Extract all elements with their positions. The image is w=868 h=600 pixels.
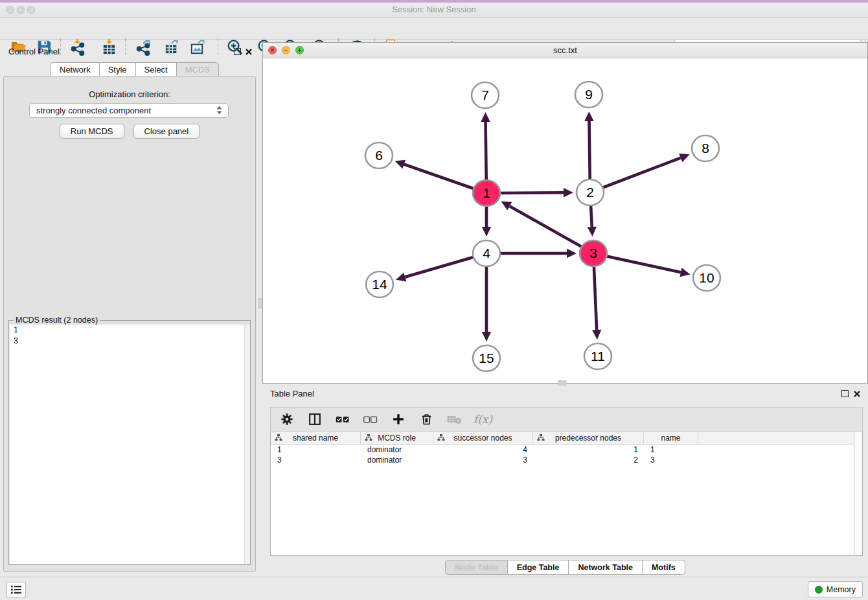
import-table-icon[interactable] (99, 37, 119, 56)
show-column-icon[interactable] (306, 411, 323, 428)
network-view-window: × − + scc.txt 7968124314101511 (262, 42, 868, 384)
tab-mcds[interactable]: MCDS (177, 62, 219, 76)
graph-node-label: 11 (591, 349, 605, 363)
table-panel-close-icon[interactable] (853, 390, 861, 398)
mcds-result-item[interactable]: 3 (10, 336, 250, 347)
graph-edge-arrowhead (482, 332, 491, 341)
graph-node-label: 1 (483, 185, 490, 200)
vertical-splitter-handle[interactable] (258, 298, 262, 308)
delete-table-icon[interactable] (446, 411, 463, 428)
task-history-button[interactable] (6, 582, 26, 597)
graph-edge-arrowhead (680, 268, 690, 277)
window-title: Session: New Session (0, 5, 868, 14)
table-cell[interactable]: 1 (644, 444, 698, 455)
table-cell[interactable]: 1 (533, 444, 644, 455)
deselect-all-rows-icon[interactable] (362, 411, 379, 428)
tab-edge-table[interactable]: Edge Table (508, 560, 569, 575)
close-panel-button[interactable]: Close panel (133, 124, 200, 139)
graph-edge-arrowhead (567, 249, 577, 258)
column-header-successor-nodes[interactable]: successor nodes (433, 432, 533, 444)
delete-row-icon[interactable] (418, 411, 435, 428)
graph-edge-arrowhead (584, 111, 593, 121)
status-bar: Memory (0, 577, 868, 600)
hierarchy-icon (365, 434, 372, 441)
tab-select[interactable]: Select (136, 62, 177, 76)
network-graph: 7968124314101511 (263, 58, 867, 383)
graph-edge-arrowhead (588, 227, 597, 237)
table-scrollbar[interactable] (854, 432, 862, 555)
run-mcds-button[interactable]: Run MCDS (60, 124, 124, 139)
tab-node-table[interactable]: Node Table (445, 560, 507, 575)
network-window-title: scc.txt (263, 45, 867, 55)
graph-edge-arrowhead (396, 273, 406, 282)
mcds-result-list[interactable]: 13 (10, 325, 250, 564)
memory-button[interactable]: Memory (808, 581, 863, 597)
column-header-mcds-role[interactable]: MCDS role (361, 432, 433, 444)
table-row[interactable]: 3dominator323 (271, 455, 862, 465)
export-image-icon[interactable] (188, 37, 207, 56)
select-stepper-icon (216, 106, 222, 115)
tab-motifs[interactable]: Motifs (643, 560, 685, 575)
settings-gear-icon[interactable] (279, 411, 295, 428)
mcds-result-scrollbar[interactable] (244, 325, 250, 564)
table-cell[interactable]: 2 (533, 455, 644, 465)
tab-style[interactable]: Style (100, 62, 136, 76)
criterion-value: strongly connected component (36, 106, 151, 115)
control-panel-float-icon[interactable] (234, 48, 241, 55)
mcds-result-title: MCDS result (2 nodes) (14, 316, 100, 325)
tab-network-table[interactable]: Network Table (569, 560, 643, 575)
table-cell[interactable]: 3 (644, 455, 698, 465)
graph-edge-arrowhead (482, 227, 491, 237)
graph-node-label: 8 (702, 141, 709, 156)
graph-edge-arrowhead (564, 188, 573, 197)
table-toolbar: f(x) (270, 407, 863, 432)
table-row[interactable]: 1dominator411 (271, 444, 862, 455)
table-cell[interactable]: 3 (271, 455, 361, 465)
graph-node-label: 15 (479, 351, 494, 365)
export-network-icon[interactable] (134, 37, 154, 56)
import-network-icon[interactable] (68, 37, 87, 56)
table-cell[interactable]: 3 (433, 455, 533, 465)
graph-node-label: 10 (699, 270, 714, 285)
network-window-titlebar[interactable]: × − + scc.txt (263, 43, 867, 58)
criterion-select[interactable]: strongly connected component (29, 103, 229, 118)
mcds-panel: Optimization criterion: strongly connect… (3, 76, 256, 572)
horizontal-splitter-handle[interactable] (558, 380, 566, 386)
column-header-shared-name[interactable]: shared name (271, 432, 361, 444)
graph-node-label: 3 (589, 246, 597, 260)
network-canvas[interactable]: 7968124314101511 (263, 58, 867, 383)
table-cell[interactable]: 4 (433, 444, 533, 455)
table-tabs: Node Table Edge Table Network Table Moti… (262, 560, 868, 575)
function-builder-icon[interactable]: f(x) (474, 413, 492, 426)
graph-node-label: 6 (375, 148, 383, 163)
table-panel-title: Table Panel (270, 389, 314, 398)
control-panel-title: Control Panel (8, 47, 60, 56)
tab-network[interactable]: Network (51, 62, 100, 76)
select-all-rows-icon[interactable] (334, 411, 351, 428)
toolbar-separator (60, 38, 61, 55)
hierarchy-icon (437, 434, 445, 441)
graph-node-label: 14 (372, 277, 387, 292)
toolbar-separator (125, 38, 126, 55)
graph-edge-arrowhead (592, 330, 601, 340)
control-panel-close-icon[interactable] (245, 48, 253, 56)
graph-node-label: 2 (586, 185, 594, 200)
graph-edge-3-1[interactable] (510, 206, 593, 253)
table-panel-float-icon[interactable] (841, 390, 849, 397)
graph-edge-2-8[interactable] (590, 158, 681, 192)
export-table-icon[interactable] (162, 37, 181, 56)
table-cell[interactable]: dominator (361, 444, 433, 455)
list-icon (10, 584, 22, 595)
graph-edge-arrowhead (395, 160, 406, 169)
mcds-result-item[interactable]: 1 (10, 325, 250, 336)
column-header-predecessor-nodes[interactable]: predecessor nodes (533, 432, 644, 444)
table-cell[interactable]: 1 (271, 444, 361, 455)
memory-status-icon (815, 586, 823, 594)
hierarchy-icon (537, 434, 545, 441)
table-cell[interactable]: dominator (361, 455, 433, 465)
column-header-name[interactable]: name (644, 432, 698, 444)
graph-node-label: 7 (481, 87, 489, 102)
memory-label: Memory (827, 585, 856, 594)
graph-edge-arrowhead (481, 112, 490, 122)
add-row-icon[interactable] (390, 411, 407, 428)
